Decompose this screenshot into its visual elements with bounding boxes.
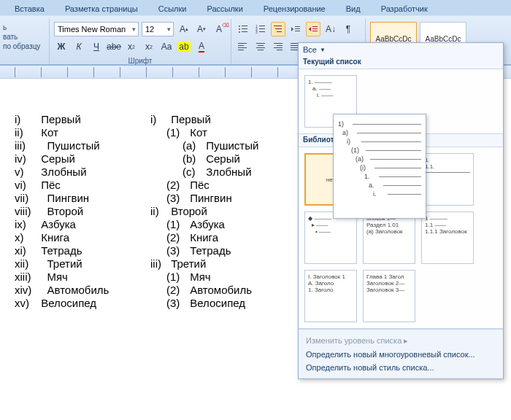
list-thumb-5[interactable]: оловок 1—Раздел 1.01(a) Заголовок [363, 211, 415, 264]
list2-item: (2) Автомобиль [166, 284, 286, 296]
list2-item: (b) Серый [182, 152, 286, 165]
svg-rect-17 [295, 31, 300, 31]
list1-item: xi) Тетрадь [15, 244, 150, 257]
svg-rect-7 [259, 26, 265, 26]
list2-item: ii) Второй [150, 205, 286, 217]
dd-current-section: Текущий список [299, 56, 503, 69]
list1-item: iv) Серый [15, 152, 150, 165]
shrink-font-btn[interactable]: A▾ [194, 22, 209, 36]
list2-item: i) Первый [150, 113, 286, 125]
svg-rect-32 [277, 50, 283, 50]
list1-item: v) Злобный [15, 166, 150, 178]
align-right-btn[interactable] [271, 39, 285, 54]
grow-font-btn[interactable]: A▴ [177, 22, 191, 36]
bullets-btn[interactable] [236, 22, 250, 36]
svg-rect-28 [258, 50, 264, 50]
svg-rect-11 [259, 31, 265, 32]
subscript-btn[interactable]: x2 [124, 39, 139, 54]
tab-3[interactable]: Рассылки [196, 2, 253, 15]
multilevel-list-btn[interactable] [271, 22, 285, 36]
align-left-btn[interactable] [236, 39, 250, 54]
dd-define-multilevel[interactable]: Определить новый многоуровневый список..… [304, 348, 497, 361]
list2-item: (2) Пёс [166, 179, 286, 191]
svg-rect-19 [312, 28, 318, 29]
svg-rect-24 [238, 50, 244, 50]
list1-item: xiii) Мяч [15, 271, 150, 283]
cut-btn[interactable]: ь [3, 23, 46, 31]
svg-rect-20 [312, 31, 318, 31]
clear-format-btn[interactable]: A⌫ [212, 22, 226, 36]
tab-5[interactable]: Вид [336, 2, 371, 15]
list-thumb-4[interactable]: ◆ ———▸ ——• —— [304, 211, 357, 264]
svg-point-4 [239, 31, 240, 33]
svg-point-0 [239, 26, 240, 27]
clipboard-group: ь вать по образцу [0, 19, 50, 64]
list1-item: ix) Азбука [15, 218, 150, 230]
copy-btn[interactable]: вать [3, 33, 46, 41]
font-name-select[interactable]: Times New Roman [54, 22, 139, 36]
list1-item: vii) Пингвин [15, 192, 150, 204]
dd-all-header[interactable]: Все▼ [299, 43, 503, 56]
list1-item: x) Книга [15, 231, 150, 244]
align-center-btn[interactable] [253, 39, 268, 54]
increase-indent-btn[interactable] [306, 22, 320, 36]
svg-rect-16 [295, 28, 300, 29]
decrease-indent-btn[interactable] [288, 22, 303, 36]
strike-btn[interactable]: abe [107, 39, 121, 54]
sort-btn[interactable]: A↓ [323, 22, 338, 36]
format-painter-btn[interactable]: по образцу [3, 42, 46, 50]
svg-rect-3 [242, 28, 247, 29]
svg-rect-18 [312, 26, 318, 27]
svg-rect-27 [256, 47, 265, 48]
svg-rect-23 [238, 47, 247, 48]
list2-item: (3) Велосипед [166, 297, 286, 309]
list1-item: xiv) Автомобиль [15, 284, 150, 296]
list2-item: (1) Кот [166, 126, 286, 139]
change-case-btn[interactable]: Aa [159, 39, 174, 54]
show-marks-btn[interactable]: ¶ [341, 22, 356, 36]
highlight-btn[interactable]: ab [177, 39, 191, 54]
list-preview-popover: 1)a)i)(1)(a)(i)1.a.i. [333, 114, 426, 219]
list2-item: (3) Тетрадь [166, 244, 286, 257]
svg-text:3: 3 [256, 30, 258, 34]
svg-rect-30 [277, 45, 283, 46]
list2-item: (c) Злобный [182, 166, 286, 178]
svg-rect-5 [242, 31, 247, 32]
tab-2[interactable]: Ссылки [148, 2, 197, 15]
tab-1[interactable]: Разметка страницы [55, 2, 148, 15]
list1-item: xii) Третий [15, 257, 150, 270]
list-thumb-6[interactable]: 1 ———1.1 ——1.1.1 Заголовок [421, 211, 474, 264]
list2-item: iii) Третий [150, 257, 286, 270]
list2-item: (3) Пингвин [166, 192, 286, 204]
svg-rect-31 [274, 47, 283, 48]
svg-rect-1 [242, 26, 247, 26]
underline-btn[interactable]: Ч [89, 39, 104, 54]
list-thumb-7[interactable]: І. Заголовок 1А. Заголо1. Заголо [304, 270, 357, 322]
list1-item: xv) Велосипед [15, 297, 150, 309]
svg-rect-12 [274, 26, 282, 26]
dd-change-level: Изменить уровень списка ▸ [304, 334, 497, 348]
svg-rect-26 [258, 45, 264, 46]
font-color-btn[interactable]: A [194, 39, 209, 54]
superscript-btn[interactable]: x2 [142, 39, 156, 54]
svg-rect-25 [256, 43, 265, 44]
list1-item: vi) Пёс [15, 179, 150, 191]
italic-btn[interactable]: К [72, 39, 86, 54]
font-size-select[interactable]: 12 [142, 22, 174, 36]
svg-rect-13 [275, 28, 282, 29]
tab-0[interactable]: Вставка [4, 2, 55, 15]
tab-6[interactable]: Разработчик [371, 2, 438, 15]
list1-item: viii) Второй [15, 205, 150, 217]
list-thumb-8[interactable]: Глава 1 ЗаголЗаголовок 2—Заголовок 3— [363, 270, 415, 322]
list-thumb-3[interactable]: 1.1.1. [421, 153, 474, 206]
numbering-btn[interactable]: 123 [253, 22, 268, 36]
bold-btn[interactable]: Ж [54, 39, 69, 54]
svg-rect-9 [259, 28, 265, 29]
dd-define-style[interactable]: Определить новый стиль списка... [304, 361, 497, 374]
tab-4[interactable]: Рецензирование [253, 2, 336, 15]
svg-rect-15 [295, 26, 300, 27]
list1-item: i) Первый [15, 113, 150, 125]
font-group-label: Шрифт [54, 57, 226, 65]
list2-item: (1) Азбука [166, 218, 286, 230]
svg-rect-29 [274, 43, 283, 44]
